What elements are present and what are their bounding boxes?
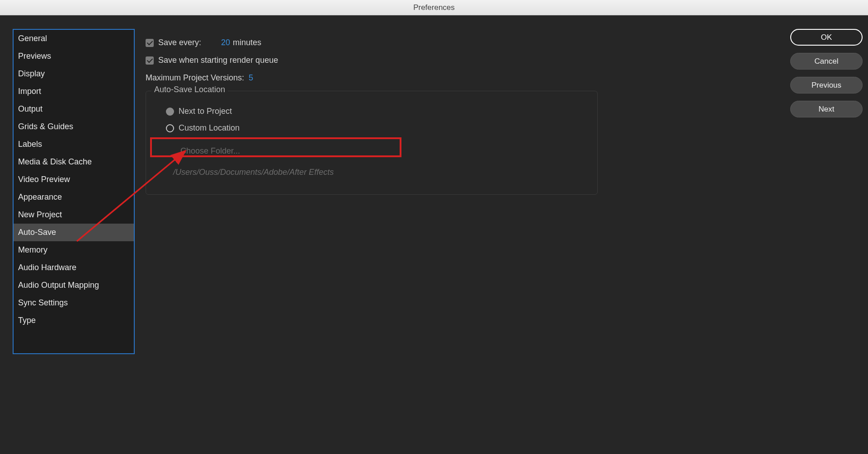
save-every-value[interactable]: 20	[221, 38, 230, 47]
autosave-location-legend: Auto-Save Location	[151, 85, 228, 94]
sidebar-item-display[interactable]: Display	[14, 65, 134, 83]
sidebar-item-previews[interactable]: Previews	[14, 47, 134, 65]
sidebar-item-media-disk-cache[interactable]: Media & Disk Cache	[14, 153, 134, 171]
autosave-location-fieldset: Auto-Save Location Next to Project Custo…	[146, 91, 598, 195]
save-every-unit: minutes	[233, 38, 261, 47]
radio-next-to-project[interactable]	[166, 108, 174, 116]
autosave-panel: Save every: 20 minutes Save when startin…	[146, 38, 660, 195]
window-titlebar: Preferences	[0, 0, 868, 15]
window-body: GeneralPreviewsDisplayImportOutputGrids …	[0, 15, 868, 454]
radio-next-to-project-row[interactable]: Next to Project	[166, 104, 585, 119]
sidebar-item-audio-hardware[interactable]: Audio Hardware	[14, 259, 134, 276]
max-versions-value[interactable]: 5	[249, 73, 253, 83]
save-on-render-row: Save when starting render queue	[146, 56, 660, 65]
sidebar-item-general[interactable]: General	[14, 30, 134, 47]
next-button[interactable]: Next	[790, 101, 863, 117]
window-title: Preferences	[413, 3, 455, 12]
sidebar-item-video-preview[interactable]: Video Preview	[14, 171, 134, 188]
dialog-buttons: OK Cancel Previous Next	[790, 29, 863, 117]
sidebar-item-grids-guides[interactable]: Grids & Guides	[14, 118, 134, 136]
sidebar-item-audio-output-mapping[interactable]: Audio Output Mapping	[14, 276, 134, 294]
sidebar-item-output[interactable]: Output	[14, 100, 134, 118]
radio-next-to-project-label: Next to Project	[179, 107, 232, 116]
save-every-label: Save every:	[158, 38, 201, 47]
sidebar-item-labels[interactable]: Labels	[14, 136, 134, 153]
sidebar-item-new-project[interactable]: New Project	[14, 206, 134, 224]
save-every-checkbox[interactable]	[146, 39, 154, 47]
choose-folder-button: Choose Folder...	[159, 136, 585, 161]
sidebar-item-memory[interactable]: Memory	[14, 241, 134, 259]
sidebar-item-sync-settings[interactable]: Sync Settings	[14, 294, 134, 312]
ok-button[interactable]: OK	[790, 29, 863, 46]
previous-button[interactable]: Previous	[790, 77, 863, 94]
radio-custom-location-label: Custom Location	[179, 123, 240, 133]
sidebar-item-import[interactable]: Import	[14, 83, 134, 100]
max-versions-row: Maximum Project Versions: 5	[146, 73, 660, 83]
radio-custom-location-row[interactable]: Custom Location	[166, 121, 585, 136]
autosave-folder-path: /Users/Ouss/Documents/Adobe/After Effect…	[159, 161, 585, 179]
sidebar-item-appearance[interactable]: Appearance	[14, 188, 134, 206]
save-on-render-checkbox[interactable]	[146, 56, 154, 65]
save-on-render-label: Save when starting render queue	[158, 56, 278, 65]
radio-custom-location[interactable]	[166, 124, 174, 132]
max-versions-label: Maximum Project Versions:	[146, 73, 244, 83]
save-every-row: Save every: 20 minutes	[146, 38, 660, 47]
preferences-sidebar: GeneralPreviewsDisplayImportOutputGrids …	[13, 29, 135, 354]
sidebar-item-type[interactable]: Type	[14, 312, 134, 329]
cancel-button[interactable]: Cancel	[790, 53, 863, 70]
sidebar-item-auto-save[interactable]: Auto-Save	[14, 224, 134, 241]
